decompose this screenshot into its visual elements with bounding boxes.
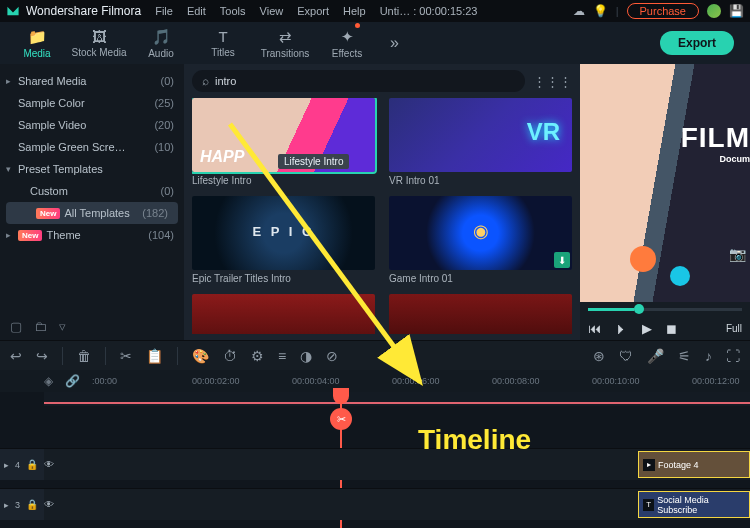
track-header[interactable]: ▸3🔒👁 xyxy=(0,489,44,520)
ruler-tick: :00:00 xyxy=(92,376,192,386)
transitions-icon: ⇄ xyxy=(279,28,292,46)
media-browser: ⌕ ⋮⋮⋮ Lifestyle IntroLifestyle IntroVR I… xyxy=(184,64,580,340)
timeline-track[interactable]: ▸4🔒👁▸Footage 4 xyxy=(0,448,750,480)
sidebar-item-count: (20) xyxy=(154,119,174,131)
timeline[interactable]: ◈ 🔗 :00:0000:00:02:0000:00:04:0000:00:06… xyxy=(0,370,750,528)
ruler-tick: 00:00:12:00 xyxy=(692,376,750,386)
template-thumb[interactable] xyxy=(389,294,572,334)
menu-tools[interactable]: Tools xyxy=(220,5,246,17)
undo-icon[interactable]: ↩ xyxy=(10,348,22,364)
shield-icon[interactable]: 🛡 xyxy=(619,348,633,364)
fullscreen-button[interactable]: Full xyxy=(726,323,742,334)
color-icon[interactable]: 🎨 xyxy=(192,348,209,364)
redo-icon[interactable]: ↪ xyxy=(36,348,48,364)
more-categories-icon[interactable]: » xyxy=(390,34,399,52)
cut-icon[interactable]: ✂ xyxy=(120,348,132,364)
sidebar-item-custom[interactable]: Custom(0) xyxy=(0,180,184,202)
sidebar-item-sample-green-scre-[interactable]: Sample Green Scre…(10) xyxy=(0,136,184,158)
export-button[interactable]: Export xyxy=(660,31,734,55)
crop-icon[interactable]: ⊘ xyxy=(326,348,338,364)
scissors-icon[interactable]: ✂ xyxy=(330,408,352,430)
mixer-icon[interactable]: ⚟ xyxy=(678,348,691,364)
track-toggle-icon[interactable]: ▸ xyxy=(4,460,9,470)
timeline-clip[interactable]: TSocial Media Subscribe xyxy=(638,491,750,518)
search-input[interactable] xyxy=(215,75,515,87)
volume-slider[interactable] xyxy=(588,308,742,311)
thumb-image: Lifestyle Intro xyxy=(192,98,375,172)
category-effects[interactable]: ✦Effects xyxy=(316,28,378,59)
clip-label: Social Media Subscribe xyxy=(657,495,745,515)
sidebar-item-sample-video[interactable]: Sample Video(20) xyxy=(0,114,184,136)
category-titles[interactable]: TTitles xyxy=(192,28,254,59)
search-box[interactable]: ⌕ xyxy=(192,70,525,92)
template-thumb[interactable]: Lifestyle IntroLifestyle Intro xyxy=(192,98,375,186)
snapshot-icon[interactable]: 📷 xyxy=(729,246,746,262)
menu-view[interactable]: View xyxy=(260,5,284,17)
settings-icon[interactable]: ⚙ xyxy=(251,348,264,364)
account-avatar[interactable] xyxy=(707,4,721,18)
sidebar-item-shared-media[interactable]: ▸Shared Media(0) xyxy=(0,70,184,92)
menu-edit[interactable]: Edit xyxy=(187,5,206,17)
fit-icon[interactable]: ⛶ xyxy=(726,348,740,364)
download-icon[interactable]: ⬇ xyxy=(554,252,570,268)
tips-icon[interactable]: 💡 xyxy=(593,4,608,18)
template-thumb[interactable] xyxy=(192,294,375,334)
track-header[interactable]: ▸4🔒👁 xyxy=(0,449,44,480)
timeline-ruler[interactable] xyxy=(44,392,750,406)
category-media[interactable]: 📁Media xyxy=(6,28,68,59)
clip-type-icon: T xyxy=(643,499,654,511)
timeline-clip[interactable]: ▸Footage 4 xyxy=(638,451,750,478)
template-thumb[interactable]: ⬇Game Intro 01 xyxy=(389,196,572,284)
save-icon[interactable]: 💾 xyxy=(729,4,744,18)
prev-frame-icon[interactable]: ⏮ xyxy=(588,321,601,336)
marker-icon[interactable]: ◈ xyxy=(44,374,53,388)
category-audio[interactable]: 🎵Audio xyxy=(130,28,192,59)
render-icon[interactable]: ⊛ xyxy=(593,348,605,364)
lock-icon[interactable]: 🔒 xyxy=(26,459,38,470)
play-icon[interactable]: ▶ xyxy=(642,321,652,336)
category-stock-media[interactable]: 🖼Stock Media xyxy=(68,28,130,59)
clipboard-icon[interactable]: 📋 xyxy=(146,348,163,364)
app-logo: Wondershare Filmora xyxy=(6,4,141,18)
sidebar-item-label: All Templates xyxy=(64,207,129,219)
sidebar-item-count: (25) xyxy=(154,97,174,109)
mic-icon[interactable]: 🎤 xyxy=(647,348,664,364)
media-icon: 📁 xyxy=(28,28,47,46)
preview-viewport[interactable]: Docum 📷 xyxy=(580,64,750,302)
chevron-icon: ▸ xyxy=(6,230,11,240)
template-thumb[interactable]: VR Intro 01 xyxy=(389,98,572,186)
visibility-icon[interactable]: 👁 xyxy=(44,499,54,510)
sidebar-item-theme[interactable]: ▸NewTheme(104) xyxy=(0,224,184,246)
chevron-icon: ▸ xyxy=(6,76,11,86)
link-icon[interactable]: 🔗 xyxy=(65,374,80,388)
new-folder-icon[interactable]: 🗀 xyxy=(34,319,47,334)
cloud-icon[interactable]: ☁ xyxy=(573,4,585,18)
visibility-icon[interactable]: 👁 xyxy=(44,459,54,470)
timeline-track[interactable]: ▸3🔒👁TSocial Media Subscribe xyxy=(0,488,750,520)
stop-icon[interactable]: ◼ xyxy=(666,321,677,336)
speed-icon[interactable]: ⏱ xyxy=(223,348,237,364)
sidebar-item-count: (182) xyxy=(142,207,168,219)
mask-icon[interactable]: ◑ xyxy=(300,348,312,364)
menu-export[interactable]: Export xyxy=(297,5,329,17)
purchase-button[interactable]: Purchase xyxy=(627,3,699,19)
adjust-icon[interactable]: ≡ xyxy=(278,348,286,364)
delete-icon[interactable]: 🗑 xyxy=(77,348,91,364)
sidebar-item-count: (0) xyxy=(161,185,174,197)
lock-icon[interactable]: 🔒 xyxy=(26,499,38,510)
new-bin-icon[interactable]: ▢ xyxy=(10,319,22,334)
music-icon[interactable]: ♪ xyxy=(705,348,712,364)
view-grid-icon[interactable]: ⋮⋮⋮ xyxy=(533,74,572,89)
ruler-tick: 00:00:02:00 xyxy=(192,376,292,386)
menu-file[interactable]: File xyxy=(155,5,173,17)
track-number: 3 xyxy=(15,500,20,510)
filter-icon[interactable]: ▿ xyxy=(59,319,66,334)
menu-help[interactable]: Help xyxy=(343,5,366,17)
sidebar-item-preset-templates[interactable]: ▾Preset Templates xyxy=(0,158,184,180)
template-thumb[interactable]: Epic Trailer Titles Intro xyxy=(192,196,375,284)
sidebar-item-sample-color[interactable]: Sample Color(25) xyxy=(0,92,184,114)
step-back-icon[interactable]: ⏵ xyxy=(615,321,628,336)
track-toggle-icon[interactable]: ▸ xyxy=(4,500,9,510)
sidebar-item-all-templates[interactable]: NewAll Templates(182) xyxy=(6,202,178,224)
category-transitions[interactable]: ⇄Transitions xyxy=(254,28,316,59)
